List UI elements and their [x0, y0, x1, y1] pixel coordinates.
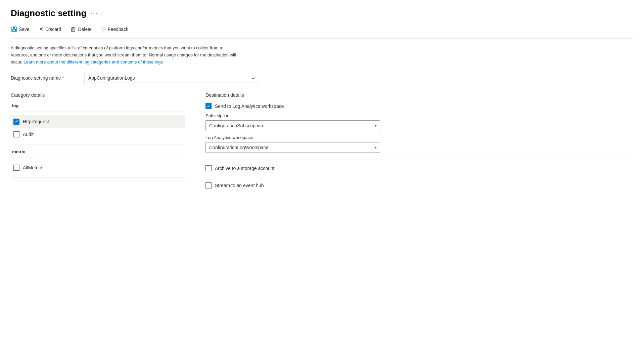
httprequest-checkbox[interactable] [13, 119, 19, 125]
main-content: Category details log HttpRequest Audit m… [11, 92, 633, 200]
discard-icon: ✕ [39, 26, 43, 32]
audit-row[interactable]: Audit [11, 128, 185, 141]
archive-storage-checkbox[interactable] [205, 165, 212, 171]
httprequest-label: HttpRequest [23, 119, 49, 124]
page-title: Diagnostic setting ··· [11, 8, 633, 18]
allmetrics-label: AllMetrics [23, 165, 43, 170]
log-analytics-workspace-dropdown[interactable]: ConfigurationLogWorkspace [205, 142, 380, 153]
learn-more-link[interactable]: Learn more about the different log categ… [24, 59, 163, 65]
description-text: A diagnostic setting specifies a list of… [11, 45, 239, 66]
svg-rect-3 [13, 30, 15, 31]
delete-button[interactable]: Delete [70, 25, 92, 33]
subscription-label: Subscription [205, 113, 633, 118]
subscription-dropdown[interactable]: ConfigurationSubscription [205, 120, 380, 131]
discard-button[interactable]: ✕ Discard [38, 25, 62, 34]
toolbar: Save ✕ Discard Delete ♡ Feedback [11, 25, 633, 39]
destination-details-title: Destination details [205, 92, 633, 98]
send-log-analytics-row[interactable]: Send to Log Analytics workspace [205, 103, 633, 109]
destination-details-panel: Destination details Send to Log Analytic… [185, 92, 633, 200]
audit-label: Audit [23, 132, 34, 137]
send-log-analytics-checkbox[interactable] [205, 103, 212, 109]
diagnostic-setting-name-input[interactable] [85, 73, 259, 83]
log-analytics-workspace-label: Log Analytics workspace [205, 135, 633, 140]
metric-section: metric AllMetrics [11, 149, 185, 174]
stream-event-hub-row[interactable]: Stream to an event hub [205, 182, 633, 188]
metric-section-label: metric [11, 149, 185, 154]
log-section: log HttpRequest Audit [11, 103, 185, 141]
category-details-panel: Category details log HttpRequest Audit m… [11, 92, 185, 200]
httprequest-row[interactable]: HttpRequest [11, 115, 185, 128]
valid-checkmark-icon: ✓ [251, 75, 256, 81]
allmetrics-row[interactable]: AllMetrics [11, 161, 185, 174]
allmetrics-checkbox[interactable] [13, 165, 19, 171]
archive-storage-label: Archive to a storage account [215, 166, 274, 171]
save-icon [11, 27, 17, 32]
stream-event-hub-checkbox[interactable] [205, 182, 212, 188]
audit-checkbox[interactable] [13, 131, 19, 137]
svg-rect-4 [72, 27, 74, 28]
setting-name-label: Diagnostic setting name * [11, 75, 78, 81]
feedback-button[interactable]: ♡ Feedback [100, 25, 129, 34]
category-details-title: Category details [11, 92, 185, 98]
stream-event-hub-label: Stream to an event hub [215, 183, 264, 188]
archive-storage-row[interactable]: Archive to a storage account [205, 165, 633, 171]
send-log-analytics-section: Send to Log Analytics workspace Subscrip… [205, 103, 633, 153]
svg-rect-6 [72, 28, 75, 32]
save-button[interactable]: Save [11, 25, 30, 33]
feedback-icon: ♡ [101, 26, 106, 32]
send-log-analytics-label: Send to Log Analytics workspace [215, 103, 284, 109]
setting-name-row: Diagnostic setting name * ✓ [11, 73, 633, 83]
log-section-label: log [11, 103, 185, 108]
svg-rect-1 [13, 27, 15, 29]
delete-icon [71, 27, 76, 32]
